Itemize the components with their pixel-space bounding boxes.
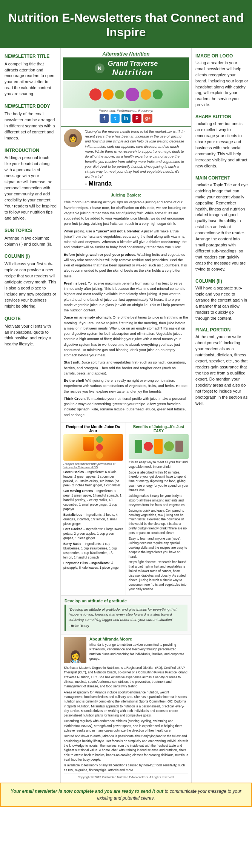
author-signature: - Miranda: [85, 180, 188, 187]
veggie-icon-1: [96, 436, 103, 443]
googleplus-icon[interactable]: g+: [143, 114, 152, 123]
sidebar-title-newsletter-body: NEWSLETTER BODY: [5, 103, 57, 110]
sidebar-text-column-i: Will discuss your first sub-topic or can…: [5, 261, 57, 309]
about-body-text: She has a Master's Degree in Nutrition, …: [64, 665, 188, 772]
beet-icon: [126, 88, 139, 101]
right-section-main-content: MAIN CONTENT Include a Topic Title and e…: [195, 175, 248, 272]
cucumber-icon: [153, 90, 163, 99]
article-para-1: This month I am sharing with you tips on…: [64, 200, 188, 226]
left-sidebar: NEWSLETTER TITLE A compelling title that…: [0, 48, 60, 783]
benefit-4: Juicing is quick and easy. Compared to c…: [129, 509, 189, 535]
newsletter-food-image: [63, 81, 189, 108]
sidebar-text-newsletter-body: The body of the email newsletter can be …: [5, 111, 57, 141]
right-title-final-portion: FINAL PORTION: [195, 327, 248, 333]
svg-text:N: N: [98, 65, 101, 71]
author-intro-section: 👩 'Juicing' is the newest health trend t…: [61, 127, 191, 190]
right-text-final-portion: At the end, you can write about yourself…: [195, 334, 248, 406]
recipe-item-3: Beatalicious – Ingredients: 2 beets, 4 o…: [63, 513, 123, 526]
carrot-icon: [154, 439, 163, 454]
two-col-section: Recipe of the Month: Juice Du Jour Recip…: [61, 422, 191, 595]
right-section-final-portion: FINAL PORTION At the end, you can write …: [195, 327, 248, 406]
author-intro-text: 'Juicing' is the newest health trend to …: [85, 129, 188, 187]
sidebar-title-column-i: COLUMN (I): [5, 253, 57, 260]
about-section: 👩‍⚕️ About Miranda Moore Miranda is your…: [61, 634, 191, 783]
about-para-3: Consulting regularly with endurance athl…: [64, 719, 188, 733]
about-title: About Miranda Moore: [89, 637, 188, 641]
center-content: Alternative Nutrition N Grand TraverseNu…: [60, 48, 192, 783]
sidebar-section-newsletter-body: NEWSLETTER BODY The body of the email ne…: [5, 103, 57, 141]
right-title-share-button: SHARE BUTTON: [195, 114, 248, 119]
benefits-image: [129, 434, 189, 459]
vegetable-icons: [96, 436, 103, 459]
benefits-title: Benefits of Juicing...It's Just EASY: [129, 425, 189, 433]
sidebar-text-subtopics: Arrange in two columns: column (i) and c…: [5, 235, 57, 248]
right-title-main-content: MAIN CONTENT: [195, 175, 248, 181]
about-para-2: Areas of specialty for Miranda include s…: [64, 690, 188, 718]
pinterest-icon[interactable]: P: [132, 114, 141, 123]
sidebar-section-newsletter-title: NEWSLETTER TITLE A compelling title that…: [5, 53, 57, 97]
about-para-1: She has a Master's Degree in Nutrition, …: [64, 665, 188, 689]
sidebar-text-introduction: Adding a personal touch like your headsh…: [5, 155, 57, 221]
footer-text: Your email newsletter is now complete an…: [11, 789, 241, 801]
right-text-column-ii: Will have a separate sub-topic and you n…: [195, 285, 248, 322]
lime-icon: [115, 90, 124, 99]
facebook-icon[interactable]: f: [100, 114, 109, 123]
benefits-text: It is an easy way to meet all your fruit…: [129, 460, 189, 592]
nutrition-logo-icon: N: [94, 63, 105, 74]
newsletter-logo-area: N Grand TraverseNutrition: [63, 57, 189, 80]
newsletter-tagline: Prevention. Performance. Recovery.: [63, 109, 189, 113]
right-section-column-ii: COLUMN (II) Will have a separate sub-top…: [195, 279, 248, 322]
sidebar-title-quote: QUOTE: [5, 316, 57, 322]
benefit-6: Helps fight disease. Research has found …: [129, 560, 189, 591]
veggie-icon-3: [96, 452, 103, 459]
article-title: Juicing Basics:: [64, 192, 188, 198]
apple-icon: [164, 441, 174, 451]
right-title-column-ii: COLUMN (II): [195, 279, 248, 284]
recipe-item-1: Green Basics – Ingredients: 6-8 kale lea…: [63, 470, 123, 488]
about-para-4: Rooted and down to earth, Miranda is pas…: [64, 734, 188, 762]
juice-glass-icon: [83, 436, 94, 451]
about-intro-text: Miranda is your go-to nutrition advisor …: [89, 642, 188, 661]
recipe-image-inner: [83, 436, 103, 459]
recipe-permission-text: Recipes reproduced with permission of We…: [63, 462, 123, 469]
sidebar-title-introduction: INTRODUCTION: [5, 147, 57, 154]
article-para-3: Before juicing, wash or peel your produc…: [64, 252, 188, 279]
celery-icon: [135, 440, 142, 453]
recipe-column: Recipe of the Month: Juice Du Jour Recip…: [61, 422, 126, 595]
benefit-3: Juicing makes it easy for your body to a…: [129, 494, 189, 507]
ginger-icon: [175, 441, 183, 452]
copyright-text: Copyright © 2015 Customize Nutrition E-N…: [64, 774, 188, 780]
food-decoration: [89, 88, 163, 101]
right-text-share-button: Including share buttons is an excellent …: [195, 121, 248, 169]
author-avatar: 👩: [64, 129, 82, 147]
article-para-2: When juicing, use a "juicer" and not a b…: [64, 229, 188, 250]
recipe-item-4: Beta Packed – Ingredients: 1 large sweet…: [63, 527, 123, 541]
recipe-title: Recipe of the Month: Juice Du Jour: [63, 425, 123, 433]
right-section-image-logo: IMAGE OR LOGO Using a header in your ema…: [195, 53, 248, 108]
article-body-section: Juicing Basics: This month I am sharing …: [61, 190, 191, 422]
sidebar-section-column-i: COLUMN (I) Will discuss your first sub-t…: [5, 253, 57, 309]
right-title-image-logo: IMAGE OR LOGO: [195, 53, 248, 59]
linkedin-icon[interactable]: in: [121, 114, 131, 123]
sidebar-text-newsletter-title: A compelling title that attracts attenti…: [5, 61, 57, 97]
main-layout: NEWSLETTER TITLE A compelling title that…: [0, 48, 252, 783]
yellow-pepper-icon: [141, 89, 151, 100]
article-para-5: Juice on an empty stomach. One of the be…: [64, 315, 188, 358]
orange-icon: [103, 89, 114, 100]
quote-text: "Develop an attitude of gratitude, and g…: [69, 607, 177, 622]
right-sidebar: IMAGE OR LOGO Using a header in your ema…: [192, 48, 252, 783]
benefit-2: Juice is absorbed within 20 minutes, the…: [129, 470, 189, 493]
twitter-icon[interactable]: t: [111, 114, 120, 123]
sidebar-text-quote: Motivate your clients with an inspiratio…: [5, 323, 57, 348]
sidebar-title-newsletter-title: NEWSLETTER TITLE: [5, 53, 57, 60]
quote-attribution: - Brian Tracy: [69, 624, 184, 628]
about-avatar: 👩‍⚕️: [64, 637, 86, 663]
tomato-icon: [89, 88, 101, 101]
quote-section-title: Develop an attitude of gratitude: [65, 599, 187, 603]
article-para-4: Fresh is best. To receive maximum benefi…: [64, 281, 188, 313]
article-para-6: Start soft. Juice soft fruits and vegeta…: [64, 360, 188, 376]
recipe-image: [63, 434, 123, 461]
sidebar-title-subtopics: SUB TOPICS: [5, 227, 57, 234]
quote-box: "Develop an attitude of gratitude, and g…: [65, 605, 187, 631]
right-section-share-button: SHARE BUTTON Including share buttons is …: [195, 114, 248, 169]
